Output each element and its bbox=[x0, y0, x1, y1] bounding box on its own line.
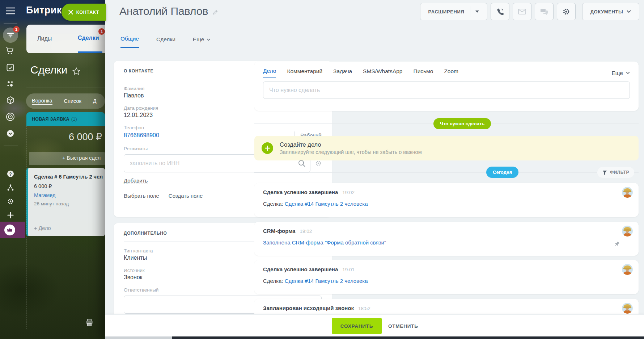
avatar[interactable] bbox=[622, 226, 633, 237]
stage-header[interactable]: НОВАЯ ЗАЯВКА (1) bbox=[26, 112, 105, 126]
view-list[interactable]: Список bbox=[64, 98, 81, 104]
composer-tab-sms[interactable]: SMS/WhatsApp bbox=[363, 68, 402, 78]
entry-title: CRM-форма bbox=[263, 228, 295, 234]
contact-tab-label: КОНТАКТ bbox=[76, 10, 99, 15]
caret-down-icon[interactable] bbox=[475, 11, 479, 13]
create-field-link[interactable]: Создать поле bbox=[169, 193, 203, 199]
composer-tab-zoom[interactable]: Zoom bbox=[444, 68, 458, 78]
add-plus-icon[interactable] bbox=[7, 212, 14, 219]
select-field-link[interactable]: Выбрать поле bbox=[124, 193, 159, 199]
requisites-settings-icon[interactable] bbox=[315, 160, 322, 167]
crm-form-link[interactable]: Заполнена CRM-форма "Форма обратной связ… bbox=[263, 239, 386, 246]
documents-label: ДОКУМЕНТЫ bbox=[590, 9, 623, 14]
entity-switch: Лиды Сделки 1 bbox=[26, 25, 105, 53]
close-icon[interactable] bbox=[68, 10, 73, 14]
composer-tab-task[interactable]: Задача bbox=[333, 68, 352, 78]
add-requisite-link[interactable]: Добавить bbox=[124, 177, 148, 184]
printer-icon[interactable] bbox=[85, 319, 93, 327]
view-funnel[interactable]: Воронка bbox=[32, 98, 52, 105]
cancel-button[interactable]: ОТМЕНИТЬ bbox=[388, 318, 418, 334]
entry-prefix: Сделка: bbox=[263, 201, 283, 207]
stage-count: (1) bbox=[71, 117, 77, 122]
chevron-down-icon bbox=[207, 38, 211, 41]
entry-time: 18:52 bbox=[358, 306, 370, 311]
contact-detail-panel: Анатолий Павлов Общие Сделки Еще РАСШИРЕ… bbox=[105, 0, 644, 339]
composer-tab-mail[interactable]: Письмо bbox=[414, 68, 433, 78]
more-chevron-circle-icon[interactable] bbox=[7, 130, 14, 137]
rail-divider bbox=[4, 146, 18, 146]
entry-title: Сделка успешно завершена bbox=[263, 266, 338, 272]
avatar[interactable] bbox=[622, 303, 633, 314]
kanban-divider bbox=[26, 88, 105, 88]
composer-input[interactable] bbox=[263, 81, 630, 99]
deal-person-link[interactable]: Магамед bbox=[34, 192, 105, 198]
tasks-icon[interactable] bbox=[7, 64, 14, 71]
pin-icon[interactable] bbox=[614, 241, 620, 247]
chevron-down-icon bbox=[626, 72, 630, 74]
composer-tab-more[interactable]: Еще bbox=[611, 70, 630, 76]
view-truncated[interactable]: Д bbox=[93, 98, 97, 104]
envelope-icon bbox=[518, 9, 526, 14]
stage-name: НОВАЯ ЗАЯВКА bbox=[32, 117, 69, 122]
extensions-button[interactable]: РАСШИРЕНИЯ bbox=[420, 3, 487, 20]
date-pill[interactable]: Сегодня bbox=[486, 167, 518, 178]
avatar[interactable] bbox=[622, 187, 633, 198]
quick-deal-button[interactable]: + Быстрая сдел bbox=[29, 152, 105, 165]
kanban-title: Сделки bbox=[30, 64, 67, 76]
entry-prefix: Сделка: bbox=[263, 278, 283, 284]
deal-link[interactable]: Сделка #14 Гамсутль 2 человека bbox=[285, 278, 368, 284]
contact-slider-tab[interactable]: КОНТАКТ bbox=[62, 4, 106, 21]
documents-button[interactable]: ДОКУМЕНТЫ bbox=[582, 3, 639, 20]
deal-title[interactable]: Сделка # 6 Гамсутль 2 чел bbox=[34, 174, 105, 180]
button-divider bbox=[470, 7, 470, 17]
tab-more[interactable]: Еще bbox=[193, 35, 211, 48]
tab-general[interactable]: Общие bbox=[120, 35, 139, 48]
favorite-star-icon[interactable] bbox=[72, 67, 80, 75]
tab-deals[interactable]: Сделки bbox=[156, 35, 175, 48]
about-card-title: О КОНТАКТЕ bbox=[124, 68, 153, 74]
marketing-target-icon[interactable] bbox=[6, 112, 15, 121]
bitrix24-screen: Битрикс24 1 ? bbox=[0, 0, 644, 339]
email-button[interactable] bbox=[513, 3, 531, 20]
edit-name-icon[interactable] bbox=[212, 9, 218, 15]
settings-button[interactable] bbox=[557, 3, 576, 20]
composer-tab-comment[interactable]: Комментарий bbox=[287, 68, 322, 78]
add-plus-icon[interactable] bbox=[262, 142, 273, 154]
save-bar: СОХРАНИТЬ ОТМЕНИТЬ bbox=[105, 314, 644, 336]
chat-button[interactable] bbox=[535, 3, 554, 20]
requisites-label: Реквизиты bbox=[124, 146, 148, 151]
timeline-separator bbox=[254, 172, 639, 173]
structure-icon[interactable] bbox=[7, 184, 14, 191]
gear-icon bbox=[562, 8, 570, 16]
entry-time: 19:02 bbox=[300, 229, 312, 234]
additional-card-title: ДОПОЛНИТЕЛЬНО bbox=[124, 231, 167, 236]
tab-leads[interactable]: Лиды bbox=[37, 35, 52, 42]
phone-icon bbox=[496, 8, 504, 16]
phone-label: Телефон bbox=[124, 125, 322, 130]
tab-deals[interactable]: Сделки bbox=[78, 35, 99, 41]
storage-cube-icon[interactable] bbox=[7, 96, 14, 104]
avatar[interactable] bbox=[622, 264, 633, 275]
deal-card[interactable]: Сделка # 6 Гамсутль 2 чел 6 000 ₽ Магаме… bbox=[26, 168, 105, 236]
filter-button[interactable]: ФИЛЬТР bbox=[597, 167, 634, 178]
composer-tab-activity[interactable]: Дело bbox=[263, 68, 276, 78]
community-icon[interactable] bbox=[7, 80, 14, 88]
entry-time: 19:02 bbox=[342, 190, 355, 195]
search-icon[interactable] bbox=[298, 160, 305, 167]
hamburger-menu-icon[interactable] bbox=[6, 7, 15, 14]
timeline-entry: Сделка успешно завершена 19:01 Сделка: С… bbox=[254, 260, 639, 294]
deal-link[interactable]: Сделка #14 Гамсутль 2 человека bbox=[285, 201, 368, 207]
subscription-crown-icon[interactable] bbox=[4, 225, 15, 235]
bottom-edge-light bbox=[105, 336, 172, 339]
chat-bubbles-icon bbox=[540, 8, 548, 15]
timeline-entry: CRM-форма 19:02 Заполнена CRM-форма "Фор… bbox=[254, 222, 639, 256]
bottom-edge-dark bbox=[172, 336, 644, 339]
help-icon[interactable]: ? bbox=[7, 170, 14, 177]
call-button[interactable] bbox=[491, 3, 509, 20]
settings-gear-icon[interactable] bbox=[7, 198, 14, 205]
cart-icon[interactable] bbox=[5, 47, 14, 55]
deal-add-activity[interactable]: + Дело bbox=[34, 225, 51, 231]
save-button[interactable]: СОХРАНИТЬ bbox=[332, 318, 382, 334]
page-title-row: Анатолий Павлов bbox=[119, 5, 218, 17]
phone-value-link[interactable]: 87668698900 bbox=[124, 132, 159, 139]
